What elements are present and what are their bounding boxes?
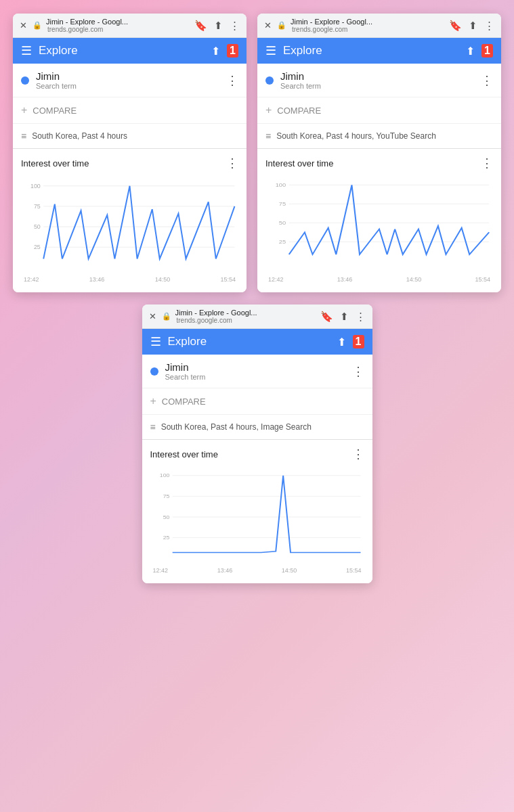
iot-header-2: Interest over time ⋮ (265, 156, 493, 171)
card-1: ✕ 🔒 Jimin - Explore - Googl... trends.go… (13, 14, 247, 292)
browser-bar-1: ✕ 🔒 Jimin - Explore - Googl... trends.go… (13, 14, 247, 38)
app-navbar-3: ☰ Explore ⬆ 1 (142, 329, 372, 355)
lock-icon-2: 🔒 (277, 21, 286, 30)
filter-row-2[interactable]: ≡ South Korea, Past 4 hours, YouTube Sea… (257, 124, 501, 149)
search-term-more-icon-3[interactable]: ⋮ (352, 364, 364, 379)
svg-text:100: 100 (276, 182, 286, 188)
more-icon-1[interactable]: ⋮ (230, 20, 240, 32)
filter-row-3[interactable]: ≡ South Korea, Past 4 hours, Image Searc… (142, 415, 372, 440)
app-navbar-1: ☰ Explore ⬆ 1 (13, 38, 247, 64)
lock-icon-1: 🔒 (33, 21, 42, 30)
app-title-1: Explore (39, 44, 205, 58)
blue-dot-1 (21, 76, 29, 85)
blue-dot-3 (150, 367, 158, 376)
chart-2: 100 75 50 25 12:42 13:46 14:50 15:54 (265, 176, 493, 288)
bottom-card-wrapper: ✕ 🔒 Jimin - Explore - Googl... trends.go… (7, 304, 507, 583)
iot-section-2: Interest over time ⋮ 100 75 50 25 (257, 149, 501, 292)
svg-text:50: 50 (163, 514, 169, 520)
search-term-info-3: Jimin Search term (165, 361, 352, 381)
compare-label-2: COMPARE (277, 106, 321, 116)
share-icon-3[interactable]: ⬆ (340, 311, 349, 323)
top-row: ✕ 🔒 Jimin - Explore - Googl... trends.go… (7, 14, 507, 292)
nav-icons-1: ⬆ 1 (211, 44, 238, 58)
svg-text:50: 50 (34, 223, 41, 230)
filter-text-2: South Korea, Past 4 hours, YouTube Searc… (276, 131, 436, 141)
x-label-3-2: 14:50 (282, 567, 297, 574)
compare-plus-icon-1: + (21, 104, 27, 116)
search-term-label-2: Search term (280, 82, 481, 90)
chart-svg-2: 100 75 50 25 (265, 179, 493, 273)
more-icon-3[interactable]: ⋮ (356, 311, 366, 323)
x-label-2-2: 14:50 (406, 276, 422, 283)
iot-title-2: Interest over time (265, 158, 333, 168)
search-term-info-2: Jimin Search term (280, 70, 481, 90)
iot-more-icon-2[interactable]: ⋮ (481, 156, 493, 171)
search-term-row-3: Jimin Search term ⋮ (142, 355, 372, 388)
compare-row-2[interactable]: + COMPARE (257, 97, 501, 124)
chart-svg-1: 100 75 50 25 (21, 179, 238, 273)
x-label-3-3: 15:54 (346, 567, 362, 574)
iot-more-icon-1[interactable]: ⋮ (226, 156, 238, 171)
filter-icon-3: ≡ (150, 422, 156, 432)
browser-actions-2: 🔖 ⬆ ⋮ (449, 20, 494, 32)
close-tab-icon-2[interactable]: ✕ (264, 20, 272, 30)
share-icon-1[interactable]: ⬆ (214, 20, 223, 32)
x-label-1-3: 15:54 (220, 276, 236, 283)
more-icon-2[interactable]: ⋮ (484, 20, 494, 32)
filter-icon-1: ≡ (21, 131, 26, 141)
share-nav-icon-3[interactable]: ⬆ (337, 336, 346, 348)
x-label-2-3: 15:54 (475, 276, 490, 283)
iot-more-icon-3[interactable]: ⋮ (352, 447, 364, 461)
bookmark-icon-3[interactable]: 🔖 (320, 311, 333, 323)
browser-domain-3: trends.google.com (177, 317, 316, 324)
x-label-1-1: 13:46 (89, 276, 105, 283)
compare-row-3[interactable]: + COMPARE (142, 388, 372, 415)
x-label-1-0: 12:42 (24, 276, 39, 283)
notification-badge-1[interactable]: 1 (227, 44, 238, 58)
notification-badge-2[interactable]: 1 (481, 44, 493, 58)
chart-labels-2: 12:42 13:46 14:50 15:54 (265, 276, 493, 283)
close-tab-icon-3[interactable]: ✕ (149, 311, 156, 321)
browser-domain-1: trends.google.com (47, 26, 190, 33)
iot-header-1: Interest over time ⋮ (21, 156, 238, 171)
bookmark-icon-2[interactable]: 🔖 (449, 20, 462, 32)
x-label-3-1: 13:46 (217, 567, 233, 574)
hamburger-icon-2[interactable]: ☰ (265, 43, 276, 58)
browser-bar-3: ✕ 🔒 Jimin - Explore - Googl... trends.go… (142, 304, 372, 329)
bookmark-icon-1[interactable]: 🔖 (194, 20, 207, 32)
iot-section-1: Interest over time ⋮ 100 75 50 25 (13, 149, 247, 292)
compare-label-3: COMPARE (162, 397, 206, 407)
share-nav-icon-1[interactable]: ⬆ (211, 45, 220, 58)
search-term-name-1: Jimin (36, 70, 226, 82)
x-label-2-0: 12:42 (268, 276, 284, 283)
app-title-2: Explore (283, 44, 459, 58)
nav-icons-3: ⬆ 1 (337, 335, 364, 348)
share-icon-2[interactable]: ⬆ (469, 20, 477, 32)
chart-svg-3: 100 75 50 25 (150, 470, 364, 564)
nav-icons-2: ⬆ 1 (466, 44, 493, 58)
hamburger-icon-3[interactable]: ☰ (150, 334, 161, 349)
card-3: ✕ 🔒 Jimin - Explore - Googl... trends.go… (142, 304, 372, 583)
search-term-more-icon-2[interactable]: ⋮ (481, 73, 493, 88)
filter-text-3: South Korea, Past 4 hours, Image Search (161, 422, 312, 432)
x-label-1-2: 14:50 (155, 276, 171, 283)
svg-text:25: 25 (163, 535, 169, 541)
notification-badge-3[interactable]: 1 (353, 335, 364, 348)
close-tab-icon-1[interactable]: ✕ (20, 20, 27, 30)
filter-icon-2: ≡ (265, 131, 271, 141)
compare-row-1[interactable]: + COMPARE (13, 97, 247, 124)
hamburger-icon-1[interactable]: ☰ (21, 43, 32, 58)
compare-plus-icon-2: + (265, 104, 272, 116)
chart-1: 100 75 50 25 12:42 13:46 14:50 15:54 (21, 176, 238, 288)
share-nav-icon-2[interactable]: ⬆ (466, 45, 475, 58)
search-term-more-icon-1[interactable]: ⋮ (226, 73, 238, 88)
filter-row-1[interactable]: ≡ South Korea, Past 4 hours (13, 124, 247, 149)
search-term-label-3: Search term (165, 373, 352, 381)
chart-3: 100 75 50 25 12:42 13:46 14:50 15:54 (150, 467, 364, 579)
svg-text:100: 100 (159, 473, 169, 478)
chart-labels-1: 12:42 13:46 14:50 15:54 (21, 276, 238, 283)
svg-text:75: 75 (279, 201, 286, 207)
search-term-label-1: Search term (36, 82, 226, 90)
search-term-name-3: Jimin (165, 361, 352, 373)
svg-text:50: 50 (279, 220, 286, 226)
